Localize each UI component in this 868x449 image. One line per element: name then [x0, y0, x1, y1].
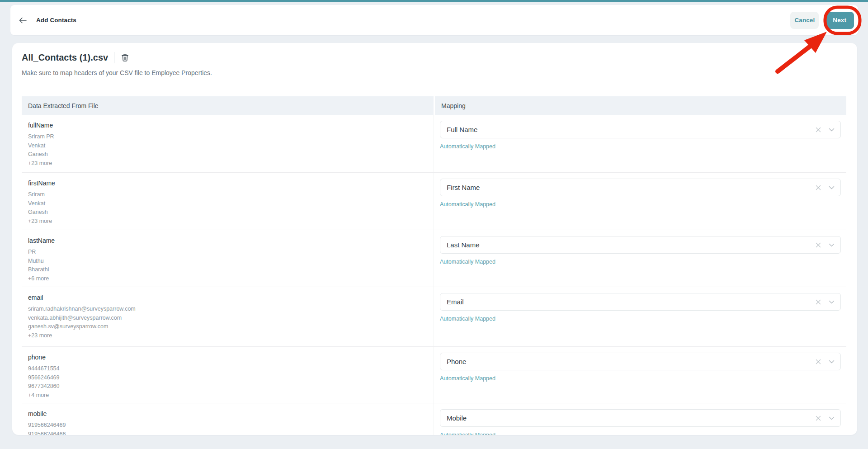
chevron-down-icon[interactable] [829, 243, 835, 247]
table-row-firstname: firstName Sriram Venkat Ganesh +23 more … [22, 173, 846, 230]
sample-value: Sriram [28, 190, 55, 199]
instruction-text: Make sure to map headers of your CSV fil… [22, 69, 212, 76]
page-title: Add Contacts [36, 17, 76, 24]
chevron-down-icon[interactable] [829, 300, 835, 304]
auto-mapped-label: Automatically Mapped [440, 143, 841, 150]
clear-icon[interactable] [816, 127, 821, 132]
brand-accent-bar [0, 0, 868, 2]
clear-icon[interactable] [816, 242, 821, 248]
top-bar: Add Contacts Cancel Next [10, 5, 858, 35]
extracted-data-cell: mobile 919566246469 919566246466 [28, 409, 66, 435]
cancel-button[interactable]: Cancel [790, 12, 819, 29]
sample-value: Sriram PR [28, 132, 54, 142]
table-row-phone: phone 9444671554 9566246469 9677342860 +… [22, 347, 846, 403]
extracted-data-cell: lastName PR Muthu Bharathi +6 more [28, 236, 55, 283]
more-count: +23 more [28, 217, 55, 226]
table-row-lastname: lastName PR Muthu Bharathi +6 more Last … [22, 230, 846, 287]
sample-value: Venkat [28, 142, 54, 151]
mapping-select[interactable]: Last Name [440, 236, 841, 254]
table-row-email: email sriram.radhakrishnan@surveysparrow… [22, 287, 846, 347]
table-body: fullName Sriram PR Venkat Ganesh +23 mor… [22, 115, 846, 435]
mapping-select-value: First Name [447, 184, 816, 191]
auto-mapped-label: Automatically Mapped [440, 201, 841, 208]
mapping-select-value: Mobile [447, 414, 816, 422]
mapping-select[interactable]: Full Name [440, 121, 841, 138]
auto-mapped-label: Automatically Mapped [440, 259, 841, 265]
csv-field-name: lastName [28, 236, 55, 246]
trash-icon [122, 54, 128, 61]
arrow-left-icon [19, 17, 27, 24]
sample-value: venkata.abhijith@surveysparrow.com [28, 314, 136, 323]
sample-value: 9566246469 [28, 373, 60, 383]
csv-mapping-card: All_Contacts (1).csv Make sure to map he… [12, 43, 857, 435]
sample-value: 9677342860 [28, 382, 60, 391]
mapping-cell: Phone Automatically Mapped [440, 353, 841, 382]
mapping-select-value: Phone [447, 358, 816, 365]
extracted-data-cell: fullName Sriram PR Venkat Ganesh +23 mor… [28, 121, 54, 168]
mapping-select[interactable]: Mobile [440, 409, 841, 427]
mapping-select[interactable]: Email [440, 293, 841, 311]
sample-value: ganesh.sv@surveysparrow.com [28, 322, 136, 331]
sample-value: PR [28, 248, 55, 257]
sample-value: 919566246466 [28, 430, 66, 435]
sample-value: Ganesh [28, 150, 54, 159]
mapping-select[interactable]: Phone [440, 353, 841, 370]
more-count: +4 more [28, 391, 60, 400]
sample-value: 919566246469 [28, 421, 66, 430]
more-count: +6 more [28, 274, 55, 284]
sample-value: Bharathi [28, 265, 55, 274]
mapping-cell: Mobile Automatically Mapped [440, 409, 841, 435]
mapping-cell: First Name Automatically Mapped [440, 179, 841, 208]
file-header: All_Contacts (1).csv [22, 52, 130, 63]
extracted-data-cell: firstName Sriram Venkat Ganesh +23 more [28, 179, 55, 226]
mapping-cell: Email Automatically Mapped [440, 293, 841, 322]
chevron-down-icon[interactable] [829, 416, 835, 420]
sample-value: 9444671554 [28, 364, 60, 373]
divider [114, 52, 114, 63]
sample-value: Muthu [28, 257, 55, 266]
sample-value: Venkat [28, 199, 55, 208]
auto-mapped-label: Automatically Mapped [440, 432, 841, 435]
sample-value: Ganesh [28, 208, 55, 217]
csv-field-name: firstName [28, 179, 55, 188]
table-row-fullname: fullName Sriram PR Venkat Ganesh +23 mor… [22, 115, 846, 173]
column-header-data-extracted: Data Extracted From File [22, 96, 434, 115]
csv-field-name: email [28, 293, 136, 302]
auto-mapped-label: Automatically Mapped [440, 316, 841, 322]
table-row-mobile: mobile 919566246469 919566246466 Mobile … [22, 403, 846, 435]
back-button[interactable] [15, 13, 30, 28]
delete-file-button[interactable] [119, 52, 130, 63]
next-button[interactable]: Next [825, 12, 854, 29]
sample-value: sriram.radhakrishnan@surveysparrow.com [28, 305, 136, 314]
clear-icon[interactable] [816, 185, 821, 190]
extracted-data-cell: phone 9444671554 9566246469 9677342860 +… [28, 353, 60, 400]
mapping-cell: Last Name Automatically Mapped [440, 236, 841, 265]
chevron-down-icon[interactable] [829, 360, 835, 364]
mapping-select-value: Email [447, 298, 816, 306]
csv-field-name: fullName [28, 121, 54, 130]
clear-icon[interactable] [816, 359, 821, 364]
mapping-cell: Full Name Automatically Mapped [440, 121, 841, 150]
file-name: All_Contacts (1).csv [22, 52, 108, 63]
mapping-select-value: Full Name [447, 126, 816, 133]
auto-mapped-label: Automatically Mapped [440, 375, 841, 382]
table-header: Data Extracted From File Mapping [22, 96, 846, 115]
mapping-select-value: Last Name [447, 241, 816, 249]
chevron-down-icon[interactable] [829, 128, 835, 132]
clear-icon[interactable] [816, 416, 821, 421]
more-count: +23 more [28, 331, 136, 340]
column-header-mapping: Mapping [435, 96, 846, 115]
csv-field-name: mobile [28, 409, 66, 419]
mapping-select[interactable]: First Name [440, 179, 841, 196]
clear-icon[interactable] [816, 299, 821, 305]
more-count: +23 more [28, 159, 54, 168]
chevron-down-icon[interactable] [829, 186, 835, 189]
extracted-data-cell: email sriram.radhakrishnan@surveysparrow… [28, 293, 136, 340]
csv-field-name: phone [28, 353, 60, 362]
